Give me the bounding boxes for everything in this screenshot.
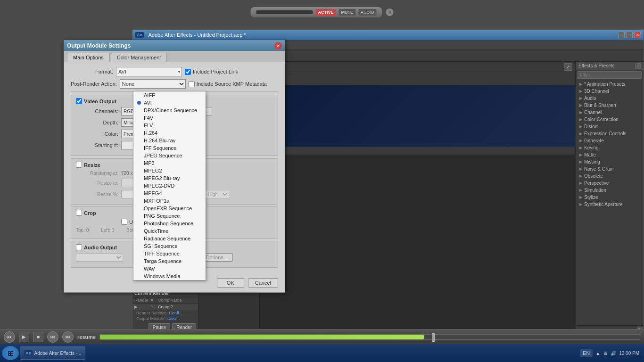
include-project-link-checkbox[interactable]: Include Project Link xyxy=(185,69,238,75)
starting-label: Starting #: xyxy=(76,142,118,148)
media-skip-back2[interactable]: ⏮ xyxy=(47,331,58,343)
effects-label: 3D Channel xyxy=(584,89,609,94)
preview-expand[interactable]: ⤢ xyxy=(564,63,572,71)
effects-item-keying[interactable]: ▶ Keying xyxy=(576,144,644,151)
resize-label: Resize xyxy=(84,162,100,168)
channels-label: Channels: xyxy=(76,108,118,114)
crop-checkbox-label[interactable]: Crop xyxy=(76,210,96,216)
media-progress-handle[interactable] xyxy=(432,333,435,342)
dropdown-item-openexr[interactable]: OpenEXR Sequence xyxy=(133,205,206,212)
video-output-checkbox[interactable] xyxy=(76,98,82,104)
dropdown-item-dpx[interactable]: DPX/Cineon Sequence xyxy=(133,107,206,114)
resize-checkbox-label[interactable]: Resize xyxy=(76,162,100,168)
render-settings-value[interactable]: Confi... xyxy=(169,311,183,315)
effects-item-stylize[interactable]: ▶ Stylize xyxy=(576,194,644,201)
tab-color-management[interactable]: Color Management xyxy=(111,53,167,62)
use-region-checkbox[interactable] xyxy=(121,219,127,225)
dropdown-item-png[interactable]: PNG Sequence xyxy=(133,212,206,220)
dropdown-item-windows-media[interactable]: Windows Media xyxy=(133,272,206,280)
dropdown-item-wav[interactable]: WAV xyxy=(133,265,206,272)
effects-item-simulation[interactable]: ▶ Simulation xyxy=(576,187,644,194)
effects-item-3dchannel[interactable]: ▶ 3D Channel xyxy=(576,88,644,95)
dropdown-item-radiance[interactable]: Radiance Sequence xyxy=(133,235,206,242)
network-icon: 🖥 xyxy=(603,351,608,356)
effects-item-generate[interactable]: ▶ Generate xyxy=(576,137,644,144)
effects-item-audio[interactable]: ▶ Audio xyxy=(576,95,644,102)
active-button[interactable]: ACTIVE xyxy=(315,9,336,16)
effects-item-perspective[interactable]: ▶ Perspective xyxy=(576,180,644,187)
render-settings-row: Render Settings: Confi... xyxy=(132,310,198,316)
effects-item-channel[interactable]: ▶ Channel xyxy=(576,109,644,116)
format-input[interactable] xyxy=(116,67,182,76)
crop-checkbox[interactable] xyxy=(76,210,82,216)
triangle-icon: ▶ xyxy=(579,188,582,192)
window-controls: ─ □ ✕ xyxy=(618,32,641,38)
dropdown-item-mpeg2dvd[interactable]: MPEG2-DVD xyxy=(133,182,206,189)
include-xmp-checkbox[interactable]: Include Source XMP Metadata xyxy=(189,81,267,87)
dropdown-item-mpeg2blu[interactable]: MPEG2 Blu-ray xyxy=(133,174,206,182)
close-icon[interactable]: ✕ xyxy=(386,8,394,16)
media-play[interactable]: ▶ xyxy=(19,332,29,342)
video-output-checkbox-label[interactable]: Video Output xyxy=(76,98,116,104)
effects-item-color[interactable]: ▶ Color Correction xyxy=(576,116,644,123)
effects-expand-icon[interactable]: ⤢ xyxy=(635,63,641,69)
dropdown-item-iff[interactable]: IFF Sequence xyxy=(133,144,206,152)
start-button[interactable]: ⊞ xyxy=(2,346,19,360)
dropdown-item-mxf[interactable]: MXF OP1a xyxy=(133,197,206,205)
effects-label: Blur & Sharpen xyxy=(584,103,616,108)
dropdown-item-jpeg[interactable]: JPEG Sequence xyxy=(133,152,206,159)
media-track xyxy=(256,10,313,14)
effects-item-obsolete[interactable]: ▶ Obsolete xyxy=(576,173,644,180)
media-stop[interactable]: ■ xyxy=(33,332,43,342)
mute-button[interactable]: MUTE xyxy=(339,9,356,16)
effects-item-matte[interactable]: ▶ Matte xyxy=(576,151,644,158)
media-skip-back[interactable]: ⏮ xyxy=(4,331,15,343)
include-xmp-input[interactable] xyxy=(189,81,195,87)
effects-item-noise[interactable]: ▶ Noise & Grain xyxy=(576,165,644,173)
dropdown-item-sgi[interactable]: SGI Sequence xyxy=(133,242,206,250)
effects-item-distort[interactable]: ▶ Distort xyxy=(576,123,644,130)
media-skip-forward[interactable]: ⏭ xyxy=(62,331,74,343)
effects-item-missing[interactable]: ▶ Missing xyxy=(576,158,644,165)
dropdown-item-h264[interactable]: H.264 xyxy=(133,129,206,137)
taskbar-ae-button[interactable]: Ae Adobe After Effects -... xyxy=(20,346,85,360)
effects-item-blur[interactable]: ▶ Blur & Sharpen xyxy=(576,102,644,109)
post-render-select[interactable]: None xyxy=(120,79,186,89)
dropdown-item-quicktime[interactable]: QuickTime xyxy=(133,227,206,235)
triangle-icon: ▶ xyxy=(579,82,582,86)
effects-item-synthetic[interactable]: ▶ Synthetic Aperture xyxy=(576,201,644,208)
media-player-bar: ⏮ ▶ ■ ⏮ ⏭ resume xyxy=(0,329,644,344)
dialog-close-button[interactable]: ✕ xyxy=(274,42,282,49)
effects-item-expression[interactable]: ▶ Expression Controls xyxy=(576,130,644,137)
output-module-value[interactable]: Lossi... xyxy=(166,316,180,321)
cancel-button[interactable]: Cancel xyxy=(248,278,278,288)
include-project-link-input[interactable] xyxy=(185,69,191,75)
dropdown-item-photoshop[interactable]: Photoshop Sequence xyxy=(133,220,206,227)
clock: 12:00 PM xyxy=(619,351,639,356)
dropdown-item-tiff[interactable]: TIFF Sequence xyxy=(133,250,206,257)
tab-main-options[interactable]: Main Options xyxy=(67,53,110,62)
dropdown-item-aiff[interactable]: AIFF xyxy=(133,91,206,99)
dropdown-item-mpeg2[interactable]: MPEG2 xyxy=(133,167,206,174)
effects-item-animation[interactable]: ▶ * Animation Presets xyxy=(576,81,644,88)
minimize-button[interactable]: ─ xyxy=(618,32,625,38)
dropdown-item-flv[interactable]: FLV xyxy=(133,122,206,129)
dropdown-item-targa[interactable]: Targa Sequence xyxy=(133,257,206,265)
effects-label: Matte xyxy=(584,152,596,157)
dropdown-item-h264blu[interactable]: H.264 Blu-ray xyxy=(133,137,206,144)
ok-button[interactable]: OK xyxy=(217,278,244,288)
dropdown-item-f4v[interactable]: F4V xyxy=(133,114,206,122)
resize-checkbox[interactable] xyxy=(76,162,82,168)
dropdown-item-mp3[interactable]: MP3 xyxy=(133,159,206,167)
effects-list: ▶ * Animation Presets ▶ 3D Channel ▶ Aud… xyxy=(576,80,644,325)
dropdown-item-mpeg4[interactable]: MPEG4 xyxy=(133,189,206,197)
dropdown-item-avi[interactable]: AVI xyxy=(133,99,206,107)
maximize-button[interactable]: □ xyxy=(626,32,633,38)
ae-close-button[interactable]: ✕ xyxy=(634,32,641,38)
format-label: Format: xyxy=(71,69,113,74)
audio-button[interactable]: AUDIO xyxy=(358,9,377,16)
media-progress-bar[interactable] xyxy=(99,334,640,340)
audio-output-checkbox-label[interactable]: Audio Output xyxy=(76,244,117,250)
effects-search-input[interactable] xyxy=(578,71,642,79)
audio-output-checkbox[interactable] xyxy=(76,244,82,250)
